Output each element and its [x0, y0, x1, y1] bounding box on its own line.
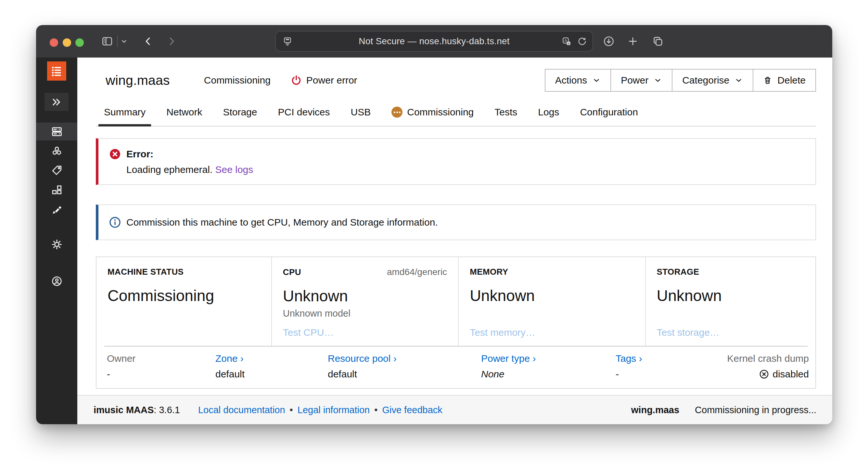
categorise-dropdown-button[interactable]: Categorise — [673, 69, 753, 91]
commissioning-status-icon — [392, 107, 402, 118]
sidebar-item-settings[interactable] — [36, 235, 77, 253]
tab-pci-devices[interactable]: PCI devices — [272, 98, 335, 126]
sidebar-expand-button[interactable] — [44, 93, 68, 111]
page-settings-icon[interactable] — [282, 35, 293, 47]
cpu-card: CPU amd64/generic Unknown Unknown model … — [271, 257, 458, 346]
tags-link[interactable]: Tags › — [616, 353, 713, 364]
zone-value: default — [215, 368, 328, 380]
error-icon — [109, 148, 121, 160]
legal-information-link[interactable]: Legal information — [298, 405, 370, 415]
tab-network[interactable]: Network — [161, 98, 208, 126]
tab-storage[interactable]: Storage — [217, 98, 262, 126]
memory-card: MEMORY Unknown Test memory… — [458, 257, 645, 346]
tab-summary[interactable]: Summary — [98, 98, 151, 126]
tab-overview-icon[interactable] — [651, 35, 664, 48]
sidebar-item-devices[interactable] — [36, 181, 77, 199]
zone-detail: Zone › default — [215, 353, 328, 380]
translate-icon[interactable]: A x — [561, 35, 572, 47]
power-icon — [291, 75, 302, 86]
sidebar-item-networking[interactable] — [36, 201, 77, 218]
page-title: wing.maas — [105, 73, 170, 88]
new-tab-icon[interactable] — [626, 35, 639, 48]
sidebar-item-tags[interactable] — [36, 161, 77, 179]
svg-text:x: x — [568, 42, 569, 45]
delete-button[interactable]: Delete — [753, 69, 815, 91]
owner-label: Owner — [107, 353, 215, 364]
reload-icon[interactable] — [576, 35, 588, 47]
test-memory-link[interactable]: Test memory… — [470, 327, 535, 338]
resource-pool-link[interactable]: Resource pool › — [328, 353, 481, 364]
tags-value: - — [616, 368, 713, 380]
test-storage-link[interactable]: Test storage… — [657, 327, 719, 338]
power-error-label: Power error — [306, 75, 357, 86]
card-heading: CPU — [283, 267, 301, 277]
maas-logo[interactable] — [47, 61, 66, 81]
machine-status-text: Commissioning — [204, 75, 271, 86]
zone-link[interactable]: Zone › — [215, 353, 328, 364]
error-title: Error: — [126, 147, 253, 161]
downloads-icon[interactable] — [602, 35, 615, 48]
tab-logs[interactable]: Logs — [532, 98, 565, 126]
svg-text:A: A — [565, 38, 567, 43]
tab-tests[interactable]: Tests — [489, 98, 523, 126]
kernel-crash-dump-detail: Kernel crash dump disabled — [713, 353, 812, 380]
power-dropdown-button[interactable]: Power — [611, 69, 673, 91]
test-cpu-link[interactable]: Test CPU… — [283, 327, 334, 338]
card-heading: MEMORY — [470, 267, 508, 277]
machine-status-value: Commissioning — [107, 287, 260, 304]
sidebar-item-kvm[interactable] — [36, 142, 77, 160]
footer-status: Commissioning in progress... — [695, 405, 816, 415]
sidebar-item-machines[interactable] — [36, 122, 77, 141]
resource-pool-detail: Resource pool › default — [328, 353, 481, 380]
machine-status-card: MACHINE STATUS Commissioning — [96, 257, 271, 346]
minimize-window-button[interactable] — [63, 38, 71, 47]
info-message: Commission this machine to get CPU, Memo… — [126, 215, 438, 230]
power-type-value: None — [481, 368, 616, 380]
machine-header: wing.maas Commissioning Power error Acti… — [77, 68, 832, 92]
storage-value: Unknown — [657, 287, 804, 304]
power-type-detail: Power type › None — [481, 353, 616, 380]
product-name: imusic MAAS — [94, 405, 154, 415]
cpu-arch-badge: amd64/generic — [387, 267, 447, 277]
zoom-window-button[interactable] — [75, 38, 84, 47]
owner-value: - — [107, 368, 215, 380]
forward-icon[interactable] — [165, 35, 178, 48]
product-version: : 3.6.1 — [154, 405, 180, 415]
tab-usb[interactable]: USB — [345, 98, 376, 126]
sidebar-item-account[interactable] — [36, 272, 77, 290]
app-footer: imusic MAAS: 3.6.1 Local documentation •… — [77, 395, 832, 424]
tags-detail: Tags › - — [616, 353, 713, 380]
give-feedback-link[interactable]: Give feedback — [382, 405, 442, 415]
chevron-down-icon — [592, 76, 601, 85]
chevron-down-icon[interactable] — [119, 35, 129, 48]
kernel-crash-dump-value: disabled — [773, 368, 809, 380]
power-type-link[interactable]: Power type › — [481, 353, 616, 364]
info-icon — [109, 216, 121, 229]
storage-card: STORAGE Unknown Test storage… — [645, 257, 815, 346]
app-sidebar — [36, 58, 77, 424]
url-text: Not Secure — nose.husky-dab.ts.net — [359, 36, 509, 47]
disabled-icon — [759, 369, 769, 379]
tab-configuration[interactable]: Configuration — [574, 98, 643, 126]
trash-icon — [763, 76, 772, 85]
browser-window: Not Secure — nose.husky-dab.ts.net A x — [36, 25, 832, 424]
resource-pool-value: default — [328, 368, 481, 380]
error-alert: Error: Loading ephemeral. See logs — [96, 138, 816, 185]
cpu-value: Unknown — [283, 287, 447, 305]
tab-commissioning[interactable]: Commissioning — [386, 98, 479, 126]
footer-hostname: wing.maas — [631, 405, 679, 415]
local-documentation-link[interactable]: Local documentation — [198, 405, 285, 415]
see-logs-link[interactable]: See logs — [215, 164, 253, 175]
sidebar-toggle-icon[interactable] — [101, 35, 114, 48]
power-error-chip: Power error — [291, 75, 357, 86]
card-heading: STORAGE — [657, 267, 700, 277]
address-bar[interactable]: Not Secure — nose.husky-dab.ts.net A x — [275, 31, 593, 52]
back-icon[interactable] — [142, 35, 155, 48]
chevron-down-icon — [735, 76, 743, 85]
machine-tabs: Summary Network Storage PCI devices USB … — [96, 98, 816, 126]
actions-dropdown-button[interactable]: Actions — [546, 69, 611, 91]
cpu-model: Unknown model — [283, 308, 447, 319]
close-window-button[interactable] — [50, 38, 58, 47]
link-separator: • — [374, 405, 377, 415]
machine-details-row: Owner - Zone › default Resource pool › d… — [96, 347, 815, 388]
